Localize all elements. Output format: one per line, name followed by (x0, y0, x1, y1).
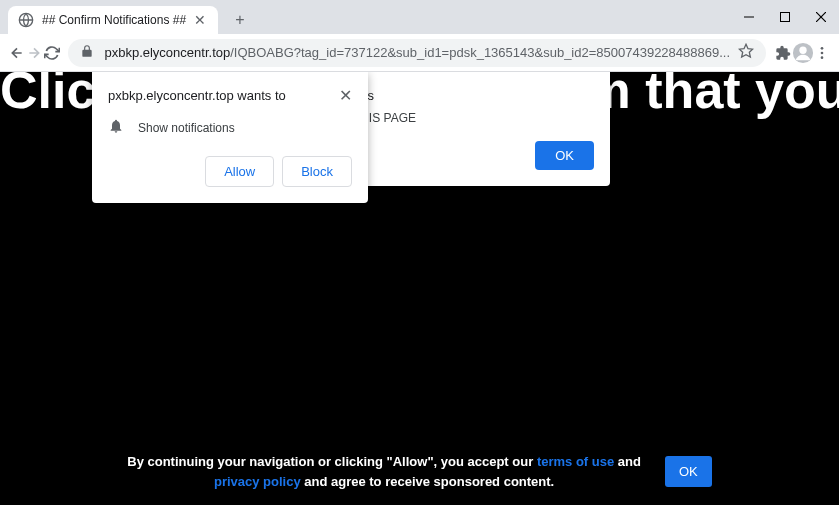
browser-tab[interactable]: ## Confirm Notifications ## ✕ (8, 6, 218, 34)
svg-point-9 (821, 51, 824, 54)
menu-dots-icon[interactable] (814, 39, 831, 67)
permission-text: Show notifications (138, 121, 235, 135)
window-controls (731, 0, 839, 34)
title-bar: ## Confirm Notifications ## ✕ + (0, 0, 839, 34)
toolbar: pxbkp.elyconcentr.top/IQBOABG?tag_id=737… (0, 34, 839, 72)
reload-button[interactable] (43, 39, 60, 67)
lock-icon (80, 44, 96, 62)
block-button[interactable]: Block (282, 156, 352, 187)
cookie-text: By continuing your navigation or clickin… (127, 452, 641, 491)
url-text: pxbkp.elyconcentr.top/IQBOABG?tag_id=737… (104, 45, 730, 60)
privacy-link[interactable]: privacy policy (214, 474, 301, 489)
allow-button[interactable]: Allow (205, 156, 274, 187)
svg-point-8 (821, 47, 824, 50)
back-button[interactable] (8, 39, 25, 67)
svg-point-10 (821, 56, 824, 59)
new-tab-button[interactable]: + (226, 6, 254, 34)
page-content: Click « Allow » to confirm that you are … (0, 72, 839, 505)
alert-ok-button[interactable]: OK (535, 141, 594, 170)
minimize-button[interactable] (731, 3, 767, 31)
globe-icon (18, 12, 34, 28)
profile-icon[interactable] (792, 39, 814, 67)
extensions-icon[interactable] (774, 39, 791, 67)
address-bar[interactable]: pxbkp.elyconcentr.top/IQBOABG?tag_id=737… (68, 39, 766, 67)
permission-close-icon[interactable]: ✕ (339, 88, 352, 104)
svg-rect-2 (781, 13, 790, 22)
svg-marker-5 (739, 44, 752, 57)
bookmark-star-icon[interactable] (738, 43, 754, 63)
terms-link[interactable]: terms of use (537, 454, 614, 469)
tab-title: ## Confirm Notifications ## (42, 13, 192, 27)
permission-dialog: pxbkp.elyconcentr.top wants to ✕ Show no… (92, 72, 368, 203)
svg-point-7 (799, 46, 806, 53)
cookie-banner: By continuing your navigation or clickin… (0, 452, 839, 491)
close-window-button[interactable] (803, 3, 839, 31)
cookie-ok-button[interactable]: OK (665, 456, 712, 487)
permission-title: pxbkp.elyconcentr.top wants to (108, 88, 286, 103)
maximize-button[interactable] (767, 3, 803, 31)
bell-icon (108, 118, 124, 138)
forward-button[interactable] (25, 39, 42, 67)
close-tab-icon[interactable]: ✕ (192, 12, 208, 28)
